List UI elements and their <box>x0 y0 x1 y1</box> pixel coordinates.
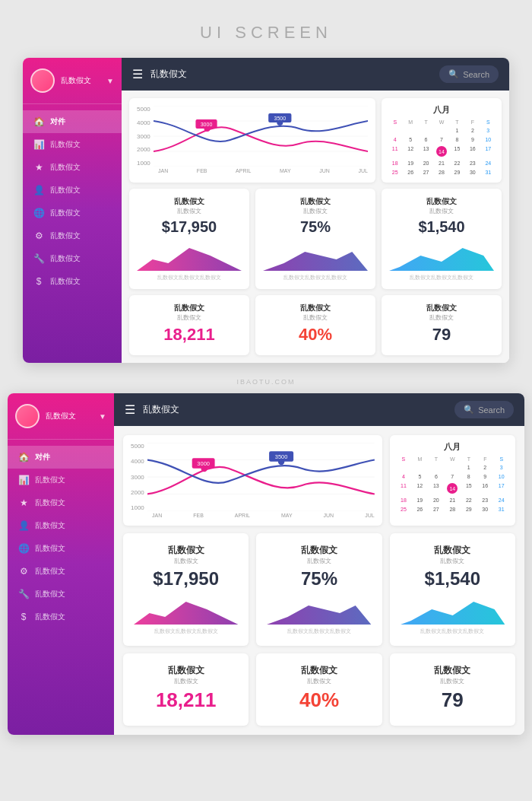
cal-day-30[interactable]: 30 <box>465 168 480 176</box>
cal-day-22[interactable]: 22 <box>450 159 464 167</box>
cal-day2-3[interactable]: 3 <box>494 463 509 472</box>
logo-arrow-icon-2[interactable]: ▼ <box>99 412 106 421</box>
page-title: UI SCREEN <box>0 15 532 58</box>
cal-day2-21[interactable]: 21 <box>445 496 460 504</box>
nav-item-globe-2[interactable]: 🌐 乱数假文 <box>8 537 114 560</box>
nav-label-dollar: 乱数假文 <box>50 276 81 287</box>
cal-day-19[interactable]: 19 <box>403 159 417 167</box>
cal-day2-13[interactable]: 13 <box>429 482 444 495</box>
logo-arrow-icon[interactable]: ▼ <box>106 77 114 85</box>
cal-day-3[interactable]: 3 <box>481 126 496 135</box>
cal-day-8[interactable]: 8 <box>450 135 464 144</box>
hamburger-icon[interactable]: ☰ <box>132 67 143 81</box>
cal-day-28[interactable]: 28 <box>434 168 448 176</box>
cal-day-23[interactable]: 23 <box>465 159 480 167</box>
cal-day2-20[interactable]: 20 <box>429 496 444 504</box>
cal-day2-9[interactable]: 9 <box>477 472 492 481</box>
cal-day2-12[interactable]: 12 <box>412 482 427 495</box>
nav-item-home-2[interactable]: 🏠 对件 <box>8 446 114 469</box>
cal-day-24[interactable]: 24 <box>481 159 496 167</box>
cal-day-9[interactable]: 9 <box>465 135 480 144</box>
cal-day-10[interactable]: 10 <box>481 135 496 144</box>
cal-day-4[interactable]: 4 <box>388 135 402 144</box>
nav-item-user-2[interactable]: 👤 乱数假文 <box>8 514 114 537</box>
cal-day2-6[interactable]: 6 <box>429 472 444 481</box>
cal-day2-17[interactable]: 17 <box>494 482 509 495</box>
cal-day-26[interactable]: 26 <box>403 168 417 176</box>
nav-item-chart[interactable]: 📊 乱数假文 <box>23 133 122 156</box>
cal-day-20[interactable]: 20 <box>419 159 433 167</box>
cal-day-27[interactable]: 27 <box>419 168 433 176</box>
cal-day-1[interactable]: 1 <box>450 126 464 135</box>
main-content-2: ☰ 乱数假文 🔍 Search 5000 4000 3000 2 <box>114 393 524 735</box>
hamburger-icon-2[interactable]: ☰ <box>125 402 135 417</box>
x-label-may: MAY <box>280 168 291 173</box>
cal-day2-16[interactable]: 16 <box>477 482 492 495</box>
nav-item-home[interactable]: 🏠 对件 <box>23 110 122 133</box>
cal-day2-30[interactable]: 30 <box>477 505 492 513</box>
search-input[interactable]: Search <box>463 70 489 79</box>
search-box-2[interactable]: 🔍 Search <box>454 401 514 418</box>
cal-day2-31[interactable]: 31 <box>494 505 509 513</box>
nav-item-globe[interactable]: 🌐 乱数假文 <box>23 202 122 224</box>
cal-day2-1[interactable]: 1 <box>461 463 477 472</box>
cal-day-13[interactable]: 13 <box>419 145 433 158</box>
nav-item-gear[interactable]: ⚙ 乱数假文 <box>23 224 122 247</box>
cal-day2-28[interactable]: 28 <box>445 505 460 513</box>
cal-day-12[interactable]: 12 <box>403 145 417 158</box>
nav-item-gear-2[interactable]: ⚙ 乱数假文 <box>8 560 114 583</box>
cal-day2-26[interactable]: 26 <box>412 505 427 513</box>
cal-day2-25[interactable]: 25 <box>396 505 411 513</box>
nav-item-tool-2[interactable]: 🔧 乱数假文 <box>8 583 114 606</box>
cal-header-fri: F <box>465 119 480 126</box>
header-title: 乱数假文 <box>150 68 432 81</box>
nav-item-dollar[interactable]: $ 乱数假文 <box>23 270 122 293</box>
cal-day2-24[interactable]: 24 <box>494 496 509 504</box>
nav-item-star[interactable]: ★ 乱数假文 <box>23 156 122 179</box>
cal-day2-2[interactable]: 2 <box>477 463 492 472</box>
sidebar-2: 乱数假文 ▼ 🏠 对件 📊 乱数假文 ★ 乱数假文 👤 乱数假文 <box>8 393 114 735</box>
nav-item-user[interactable]: 👤 乱数假文 <box>23 179 122 202</box>
cal-day2-14-today[interactable]: 14 <box>445 482 460 495</box>
cal-day2-27[interactable]: 27 <box>429 505 444 513</box>
cal-day2-22[interactable]: 22 <box>461 496 477 504</box>
cal-day-15[interactable]: 15 <box>450 145 464 158</box>
cal-day-16[interactable]: 16 <box>465 145 480 158</box>
cal-day-17[interactable]: 17 <box>481 145 496 158</box>
nav-item-tool[interactable]: 🔧 乱数假文 <box>23 247 122 270</box>
bottom-card-3-value: 79 <box>389 325 494 345</box>
nav-item-dollar-2[interactable]: $ 乱数假文 <box>8 606 114 628</box>
cal-day2-7[interactable]: 7 <box>445 472 460 481</box>
cal-day-25[interactable]: 25 <box>388 168 402 176</box>
cal-day2-19[interactable]: 19 <box>412 496 427 504</box>
cal-day-14-today[interactable]: 14 <box>434 145 448 158</box>
cal-day2-5[interactable]: 5 <box>412 472 427 481</box>
cal-day-7[interactable]: 7 <box>434 135 448 144</box>
nav-item-star-2[interactable]: ★ 乱数假文 <box>8 491 114 514</box>
cal-day-18[interactable]: 18 <box>388 159 402 167</box>
cal-day-29[interactable]: 29 <box>450 168 464 176</box>
cal-day-21[interactable]: 21 <box>434 159 448 167</box>
nav-label-gear-2: 乱数假文 <box>35 566 65 577</box>
cal-header-mon-2: M <box>412 456 427 462</box>
cal-day2-11[interactable]: 11 <box>396 482 411 495</box>
cal-day-6[interactable]: 6 <box>419 135 433 144</box>
cal-day-31[interactable]: 31 <box>481 168 496 176</box>
cal-day-2[interactable]: 2 <box>465 126 480 135</box>
cal-day2-15[interactable]: 15 <box>461 482 477 495</box>
cal-day2-8[interactable]: 8 <box>461 472 477 481</box>
cal-day-11[interactable]: 11 <box>388 145 402 158</box>
svg-text:3000: 3000 <box>197 460 210 467</box>
cal-day-5[interactable]: 5 <box>403 135 417 144</box>
cal-day2-10[interactable]: 10 <box>494 472 509 481</box>
bottom-card-3-b: 乱数假文 乱数假文 79 <box>390 653 515 726</box>
cal-day2-4[interactable]: 4 <box>396 472 411 481</box>
cal-day2-18[interactable]: 18 <box>396 496 411 504</box>
stat-card-1-title: 乱数假文 <box>137 196 242 207</box>
cal-day2-29[interactable]: 29 <box>461 505 477 513</box>
search-box[interactable]: 🔍 Search <box>439 65 499 83</box>
cal-day2-23[interactable]: 23 <box>477 496 492 504</box>
bottom-card-1-value: 18,211 <box>137 325 242 345</box>
search-input-2[interactable]: Search <box>478 405 505 415</box>
nav-item-chart-2[interactable]: 📊 乱数假文 <box>8 469 114 491</box>
